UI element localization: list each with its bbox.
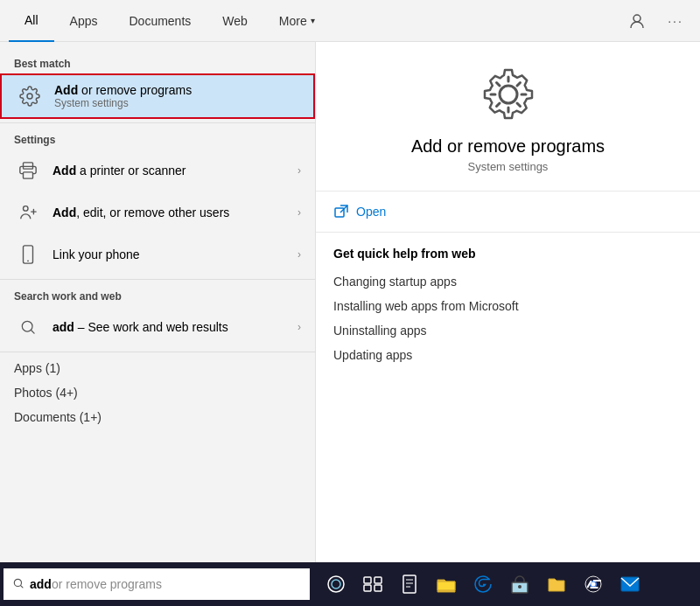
svg-point-7 — [500, 86, 517, 103]
nav-right-actions: ··· — [621, 5, 691, 37]
svg-point-18 — [518, 585, 522, 589]
taskbar-search[interactable]: add or remove programs — [4, 568, 310, 600]
mail-button[interactable] — [614, 568, 646, 600]
user-icon-button[interactable] — [621, 5, 653, 37]
category-photos[interactable]: Photos (4+) — [0, 380, 315, 405]
person-icon — [629, 13, 645, 29]
svg-point-10 — [328, 576, 344, 592]
divider-3 — [0, 352, 315, 352]
printer-title: Add a printer or scanner — [52, 164, 298, 178]
result-add-remove-programs[interactable]: Add or remove programs System settings — [0, 73, 315, 119]
category-apps[interactable]: Apps (1) — [0, 356, 315, 380]
open-action[interactable]: Open — [316, 192, 700, 233]
notepad-button[interactable] — [394, 568, 425, 600]
svg-rect-13 — [374, 577, 382, 583]
svg-rect-1 — [24, 163, 33, 169]
printer-icon — [14, 157, 42, 185]
svg-rect-16 — [403, 575, 416, 593]
tab-documents[interactable]: Documents — [113, 0, 206, 42]
more-options-button[interactable]: ··· — [660, 5, 691, 37]
tab-apps[interactable]: Apps — [54, 0, 114, 42]
svg-rect-22 — [621, 577, 639, 591]
phone-icon — [14, 240, 42, 268]
open-label: Open — [356, 205, 386, 219]
open-icon — [333, 204, 349, 219]
help-link-2[interactable]: Installing web apps from Microsoft — [333, 294, 682, 318]
result-link-phone[interactable]: Link your phone › — [0, 233, 315, 275]
chevron-right-icon: › — [298, 321, 301, 333]
result-subtitle: System settings — [54, 97, 299, 109]
result-search-web[interactable]: add – See work and web results › — [0, 306, 315, 348]
result-text-phone: Link your phone — [52, 247, 298, 261]
svg-point-0 — [634, 15, 640, 22]
divider-2 — [0, 279, 315, 280]
app-gear-icon — [482, 68, 535, 124]
taskbar: add or remove programs — [0, 562, 700, 606]
result-text-printer: Add a printer or scanner — [52, 164, 298, 178]
result-title: Add or remove programs — [54, 83, 299, 97]
svg-rect-14 — [364, 585, 371, 591]
help-link-1[interactable]: Changing startup apps — [333, 269, 682, 294]
search-placeholder-text: or remove programs — [52, 577, 162, 591]
taskbar-search-icon — [12, 577, 24, 592]
right-app-subtitle: System settings — [468, 160, 549, 173]
svg-point-5 — [27, 260, 29, 261]
result-add-printer[interactable]: Add a printer or scanner › — [0, 150, 315, 192]
edge-button[interactable] — [467, 568, 499, 600]
search-work-web-label: Search work and web — [0, 283, 315, 306]
svg-point-6 — [22, 321, 32, 331]
settings-label: Settings — [0, 127, 315, 150]
svg-rect-2 — [24, 172, 33, 178]
best-match-label: Best match — [0, 51, 315, 73]
chevron-right-icon: › — [298, 164, 301, 177]
main-content: Best match Add or remove programs System… — [0, 42, 700, 562]
chrome-button[interactable] — [578, 568, 609, 600]
search-title: add – See work and web results — [52, 320, 298, 334]
chevron-down-icon: ▾ — [311, 16, 315, 25]
store-button[interactable] — [504, 568, 536, 600]
category-documents[interactable]: Documents (1+) — [0, 405, 315, 429]
users-icon — [14, 199, 42, 226]
tab-more[interactable]: More ▾ — [263, 0, 331, 42]
task-view-button[interactable] — [357, 568, 388, 600]
svg-rect-15 — [374, 585, 382, 591]
right-app-info: Add or remove programs System settings — [316, 42, 700, 192]
tab-all[interactable]: All — [9, 0, 54, 42]
svg-point-11 — [332, 580, 340, 589]
result-text-add-remove: Add or remove programs System settings — [54, 83, 299, 109]
svg-point-21 — [592, 582, 596, 587]
right-panel: Add or remove programs System settings O… — [315, 42, 700, 562]
tab-web[interactable]: Web — [206, 0, 263, 42]
folder-button[interactable] — [541, 568, 572, 600]
users-title: Add, edit, or remove other users — [52, 205, 298, 219]
chevron-right-icon: › — [298, 248, 301, 261]
cortana-button[interactable] — [320, 568, 352, 600]
svg-rect-12 — [364, 577, 371, 583]
gear-icon — [16, 82, 44, 110]
right-help-section: Get quick help from web Changing startup… — [316, 233, 700, 381]
right-app-title: Add or remove programs — [411, 136, 605, 157]
result-text-search: add – See work and web results — [52, 320, 298, 334]
result-text-users: Add, edit, or remove other users — [52, 205, 298, 219]
divider — [0, 122, 315, 123]
taskbar-icons — [320, 568, 646, 600]
chevron-right-icon: › — [298, 206, 301, 219]
top-nav: All Apps Documents Web More ▾ ··· — [0, 0, 700, 42]
phone-title: Link your phone — [52, 247, 298, 261]
left-panel: Best match Add or remove programs System… — [0, 42, 315, 562]
help-title: Get quick help from web — [333, 247, 682, 261]
file-explorer-button[interactable] — [430, 568, 462, 600]
result-add-users[interactable]: Add, edit, or remove other users › — [0, 192, 315, 233]
svg-point-3 — [24, 206, 29, 212]
search-icon — [14, 313, 42, 341]
help-link-3[interactable]: Uninstalling apps — [333, 318, 682, 343]
help-link-4[interactable]: Updating apps — [333, 343, 682, 367]
search-query-text: add — [30, 577, 52, 591]
